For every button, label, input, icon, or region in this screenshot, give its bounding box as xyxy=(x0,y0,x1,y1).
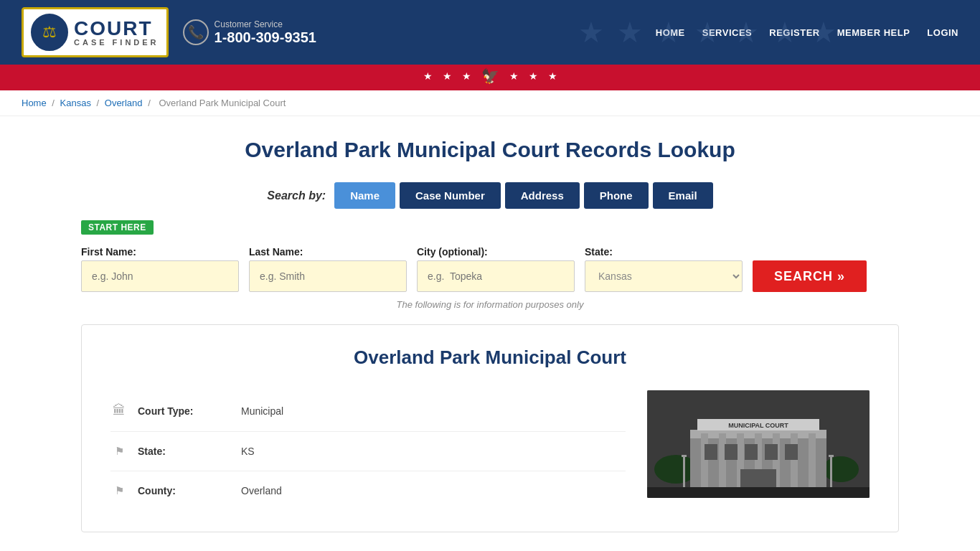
nav-register[interactable]: REGISTER xyxy=(769,27,819,38)
court-type-row: 🏛 Court Type: Municipal xyxy=(110,390,626,432)
ribbon-star-6: ★ xyxy=(548,70,557,82)
start-here-badge: START HERE xyxy=(81,220,154,235)
ribbon-stars: ★ ★ ★ 🦅 ★ ★ ★ xyxy=(0,65,980,85)
search-form: First Name: Last Name: City (optional): … xyxy=(81,246,899,292)
header: ★ ★ ★ ★ ★ ★ ★ ⚖ COURT CASE FINDER 📞 Cust… xyxy=(0,0,980,65)
breadcrumb-kansas[interactable]: Kansas xyxy=(60,98,91,108)
svg-text:MUNICIPAL COURT: MUNICIPAL COURT xyxy=(728,422,788,429)
court-type-label: Court Type: xyxy=(138,405,231,417)
court-info-table: 🏛 Court Type: Municipal ⚑ State: KS ⚑ Co… xyxy=(110,390,626,510)
info-note: The following is for information purpose… xyxy=(81,299,899,310)
tab-address[interactable]: Address xyxy=(505,182,580,209)
ribbon-star-1: ★ xyxy=(423,70,433,82)
logo-seal-icon: ⚖ xyxy=(31,14,68,51)
svg-rect-10 xyxy=(791,433,798,487)
first-name-label: First Name: xyxy=(81,246,239,258)
svg-rect-21 xyxy=(683,455,685,487)
nav-member-help[interactable]: MEMBER HELP xyxy=(837,27,910,38)
logo-casefinder-text: CASE FINDER xyxy=(74,39,159,47)
tab-name[interactable]: Name xyxy=(334,182,395,209)
svg-point-2 xyxy=(823,456,859,482)
court-type-icon: 🏛 xyxy=(110,403,128,418)
ribbon-star-5: ★ xyxy=(529,70,538,82)
nav-login[interactable]: LOGIN xyxy=(927,27,958,38)
svg-rect-23 xyxy=(830,455,832,487)
search-by-label: Search by: xyxy=(267,189,326,202)
tab-email[interactable]: Email xyxy=(653,182,713,209)
court-card-body: 🏛 Court Type: Municipal ⚑ State: KS ⚑ Co… xyxy=(110,390,870,510)
city-group: City (optional): xyxy=(417,246,575,292)
search-tabs-row: Search by: Name Case Number Address Phon… xyxy=(81,182,899,209)
court-building-svg: MUNICIPAL COURT xyxy=(647,390,870,498)
svg-rect-13 xyxy=(725,444,738,460)
svg-rect-16 xyxy=(785,444,798,460)
phone-info: Customer Service 1-800-309-9351 xyxy=(215,19,316,46)
breadcrumb-current: Overland Park Municipal Court xyxy=(159,98,286,108)
svg-rect-15 xyxy=(765,444,778,460)
court-type-value: Municipal xyxy=(241,405,283,417)
court-image: MUNICIPAL COURT xyxy=(647,390,870,498)
ribbon-star-4: ★ xyxy=(509,70,519,82)
svg-rect-6 xyxy=(719,433,726,487)
page-title: Overland Park Municipal Court Records Lo… xyxy=(81,138,899,162)
customer-service-label: Customer Service xyxy=(215,19,316,29)
court-card-title: Overland Park Municipal Court xyxy=(110,347,870,369)
breadcrumb-home[interactable]: Home xyxy=(22,98,47,108)
ribbon: ★ ★ ★ 🦅 ★ ★ ★ xyxy=(0,65,980,90)
tab-case-number[interactable]: Case Number xyxy=(400,182,501,209)
svg-rect-22 xyxy=(682,455,687,457)
county-label: County: xyxy=(138,485,231,496)
first-name-group: First Name: xyxy=(81,246,239,292)
breadcrumb-sep-2: / xyxy=(97,98,102,108)
county-row: ⚑ County: Overland xyxy=(110,471,626,510)
phone-number: 1-800-309-9351 xyxy=(215,29,316,46)
logo[interactable]: ⚖ COURT CASE FINDER xyxy=(22,7,169,57)
state-icon: ⚑ xyxy=(110,445,128,458)
county-icon: ⚑ xyxy=(110,484,128,497)
last-name-label: Last Name: xyxy=(249,246,407,258)
city-label: City (optional): xyxy=(417,246,575,258)
court-card: Overland Park Municipal Court 🏛 Court Ty… xyxy=(81,324,899,532)
state-row: ⚑ State: KS xyxy=(110,432,626,471)
ribbon-star-3: ★ xyxy=(462,70,471,82)
svg-rect-24 xyxy=(829,455,834,457)
svg-rect-12 xyxy=(705,444,717,460)
nav-services[interactable]: SERVICES xyxy=(702,27,753,38)
state-value: KS xyxy=(241,446,255,457)
nav-home[interactable]: HOME xyxy=(656,27,685,38)
search-button[interactable]: SEARCH » xyxy=(753,260,867,292)
svg-rect-5 xyxy=(701,433,708,487)
main-nav: HOME SERVICES REGISTER MEMBER HELP LOGIN xyxy=(656,27,958,38)
svg-rect-18 xyxy=(647,487,870,498)
phone-block: 📞 Customer Service 1-800-309-9351 xyxy=(183,19,316,46)
eagle-icon: 🦅 xyxy=(481,67,499,85)
state-select[interactable]: Kansas Alabama Alaska Missouri xyxy=(585,260,743,292)
ribbon-star-2: ★ xyxy=(443,70,452,82)
logo-text: COURT CASE FINDER xyxy=(74,19,159,47)
header-left: ⚖ COURT CASE FINDER 📞 Customer Service 1… xyxy=(22,7,316,57)
svg-rect-14 xyxy=(745,444,758,460)
breadcrumb: Home / Kansas / Overland / Overland Park… xyxy=(0,90,980,116)
city-input[interactable] xyxy=(417,260,575,292)
breadcrumb-sep-3: / xyxy=(148,98,153,108)
county-value: Overland xyxy=(241,485,282,496)
start-here-container: START HERE xyxy=(81,220,899,242)
last-name-group: Last Name: xyxy=(249,246,407,292)
first-name-input[interactable] xyxy=(81,260,239,292)
breadcrumb-overland[interactable]: Overland xyxy=(105,98,143,108)
state-label-card: State: xyxy=(138,446,231,457)
logo-court-text: COURT xyxy=(74,19,159,39)
state-label: State: xyxy=(585,246,743,258)
svg-rect-11 xyxy=(809,433,816,487)
main-content: Overland Park Municipal Court Records Lo… xyxy=(67,116,913,547)
last-name-input[interactable] xyxy=(249,260,407,292)
phone-icon: 📞 xyxy=(183,19,209,45)
state-group: State: Kansas Alabama Alaska Missouri xyxy=(585,246,743,292)
breadcrumb-sep-1: / xyxy=(52,98,57,108)
tab-phone[interactable]: Phone xyxy=(584,182,649,209)
